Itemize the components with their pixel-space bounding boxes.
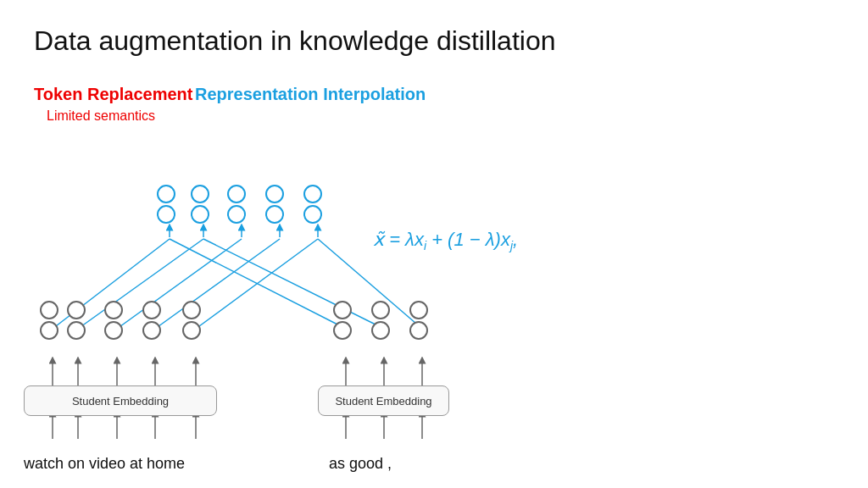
circle-top [371, 301, 390, 319]
circle-bottom [157, 205, 175, 224]
bottom-right-token-3 [409, 301, 428, 340]
page-title: Data augmentation in knowledge distillat… [34, 25, 556, 57]
circle-top [157, 185, 175, 203]
bottom-left-token-1 [40, 301, 58, 340]
top-token-5 [303, 185, 322, 224]
top-token-4 [265, 185, 284, 224]
bottom-left-token-5 [182, 301, 201, 340]
student-embedding-2: Student Embedding [318, 385, 449, 416]
bottom-right-token-2 [371, 301, 390, 340]
svg-line-20 [196, 239, 318, 329]
circle-top [104, 301, 123, 319]
top-token-2 [191, 185, 209, 224]
circle-top [409, 301, 428, 319]
circle-bottom [333, 321, 352, 340]
circle-bottom [191, 205, 209, 224]
bottom-right-token-1 [333, 301, 352, 340]
circle-top [265, 185, 284, 203]
circle-top [142, 301, 161, 319]
student-embedding-1: Student Embedding [24, 385, 217, 416]
circle-bottom [40, 321, 58, 340]
limited-semantics-label: Limited semantics [47, 108, 155, 124]
circle-bottom [303, 205, 322, 224]
svg-line-19 [155, 239, 280, 329]
circle-bottom [67, 321, 86, 340]
formula-label: x̃ = λxi + (1 − λ)xj, [373, 229, 518, 252]
circle-bottom [371, 321, 390, 340]
top-token-1 [157, 185, 175, 224]
token-replacement-label: Token Replacement [34, 85, 192, 104]
svg-line-18 [117, 239, 242, 329]
circle-top [227, 185, 246, 203]
circle-bottom [142, 321, 161, 340]
circle-bottom [265, 205, 284, 224]
bottom-left-token-2 [67, 301, 86, 340]
sentence-1-text: watch on video at home [24, 455, 185, 473]
circle-top [40, 301, 58, 319]
top-token-3 [227, 185, 246, 224]
rep-interpolation-label: Representation Interpolation [195, 85, 426, 104]
sentence-2-text: as good , [329, 455, 392, 473]
circle-bottom [227, 205, 246, 224]
circle-bottom [182, 321, 201, 340]
circle-top [182, 301, 201, 319]
circle-top [333, 301, 352, 319]
circle-top [191, 185, 209, 203]
formula-text: x̃ = λxi + (1 − λ)xj, [373, 229, 518, 250]
circle-top [67, 301, 86, 319]
circle-bottom [409, 321, 428, 340]
svg-line-22 [203, 239, 384, 329]
bottom-left-token-4 [142, 301, 161, 340]
circle-top [303, 185, 322, 203]
bottom-left-token-3 [104, 301, 123, 340]
circle-bottom [104, 321, 123, 340]
